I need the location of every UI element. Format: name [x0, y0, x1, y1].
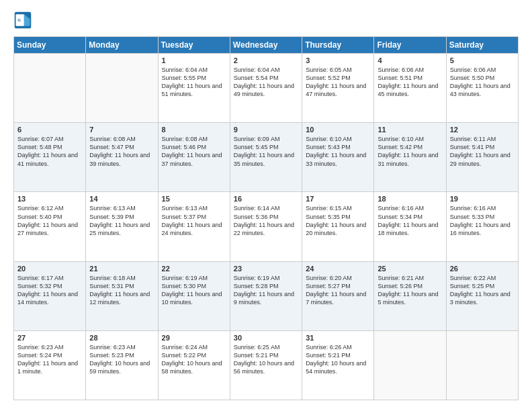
- day-info: Sunrise: 6:14 AM Sunset: 5:36 PM Dayligh…: [234, 204, 298, 237]
- calendar-cell: [14, 54, 86, 123]
- day-number: 6: [17, 126, 82, 134]
- calendar-week-row: 6Sunrise: 6:07 AM Sunset: 5:48 PM Daylig…: [14, 123, 519, 192]
- day-number: 29: [162, 334, 226, 342]
- day-info: Sunrise: 6:17 AM Sunset: 5:32 PM Dayligh…: [17, 274, 82, 307]
- calendar-cell: 26Sunrise: 6:22 AM Sunset: 5:25 PM Dayli…: [446, 261, 518, 330]
- day-number: 25: [378, 265, 442, 273]
- calendar-cell: 24Sunrise: 6:20 AM Sunset: 5:27 PM Dayli…: [302, 261, 374, 330]
- calendar-cell: 9Sunrise: 6:09 AM Sunset: 5:45 PM Daylig…: [230, 123, 302, 192]
- day-number: 9: [234, 126, 298, 134]
- calendar-cell: 3Sunrise: 6:05 AM Sunset: 5:52 PM Daylig…: [302, 54, 374, 123]
- calendar-cell: 29Sunrise: 6:24 AM Sunset: 5:22 PM Dayli…: [158, 330, 230, 400]
- day-info: Sunrise: 6:24 AM Sunset: 5:22 PM Dayligh…: [162, 343, 226, 376]
- day-number: 15: [162, 195, 226, 203]
- calendar-week-row: 20Sunrise: 6:17 AM Sunset: 5:32 PM Dayli…: [14, 261, 519, 330]
- day-number: 11: [378, 126, 442, 134]
- day-info: Sunrise: 6:23 AM Sunset: 5:23 PM Dayligh…: [89, 343, 154, 376]
- day-info: Sunrise: 6:06 AM Sunset: 5:51 PM Dayligh…: [378, 66, 442, 99]
- calendar-cell: 31Sunrise: 6:26 AM Sunset: 5:21 PM Dayli…: [302, 330, 374, 400]
- day-info: Sunrise: 6:08 AM Sunset: 5:47 PM Dayligh…: [89, 135, 154, 168]
- calendar-cell: 11Sunrise: 6:10 AM Sunset: 5:42 PM Dayli…: [374, 123, 446, 192]
- calendar-cell: 1Sunrise: 6:04 AM Sunset: 5:55 PM Daylig…: [158, 54, 230, 123]
- day-info: Sunrise: 6:11 AM Sunset: 5:41 PM Dayligh…: [450, 135, 515, 168]
- day-number: 22: [162, 265, 226, 273]
- day-info: Sunrise: 6:26 AM Sunset: 5:21 PM Dayligh…: [306, 343, 370, 376]
- day-info: Sunrise: 6:21 AM Sunset: 5:26 PM Dayligh…: [378, 274, 442, 307]
- header: G: [13, 11, 519, 30]
- day-info: Sunrise: 6:10 AM Sunset: 5:42 PM Dayligh…: [378, 135, 442, 168]
- day-info: Sunrise: 6:15 AM Sunset: 5:35 PM Dayligh…: [306, 204, 370, 237]
- day-number: 23: [234, 265, 298, 273]
- day-info: Sunrise: 6:23 AM Sunset: 5:24 PM Dayligh…: [17, 343, 82, 376]
- day-info: Sunrise: 6:22 AM Sunset: 5:25 PM Dayligh…: [450, 274, 515, 307]
- day-number: 1: [162, 56, 226, 64]
- calendar-cell: 7Sunrise: 6:08 AM Sunset: 5:47 PM Daylig…: [86, 123, 158, 192]
- calendar-cell: 27Sunrise: 6:23 AM Sunset: 5:24 PM Dayli…: [14, 330, 86, 400]
- day-number: 16: [234, 195, 298, 203]
- col-monday: Monday: [86, 37, 158, 54]
- calendar-cell: 22Sunrise: 6:19 AM Sunset: 5:30 PM Dayli…: [158, 261, 230, 330]
- calendar-cell: 10Sunrise: 6:10 AM Sunset: 5:43 PM Dayli…: [302, 123, 374, 192]
- day-info: Sunrise: 6:04 AM Sunset: 5:54 PM Dayligh…: [234, 66, 298, 99]
- logo: G: [13, 11, 34, 30]
- day-info: Sunrise: 6:20 AM Sunset: 5:27 PM Dayligh…: [306, 274, 370, 307]
- calendar-cell: 15Sunrise: 6:13 AM Sunset: 5:37 PM Dayli…: [158, 192, 230, 261]
- day-number: 28: [89, 334, 154, 342]
- day-number: 31: [306, 334, 370, 342]
- calendar-cell: 21Sunrise: 6:18 AM Sunset: 5:31 PM Dayli…: [86, 261, 158, 330]
- day-number: 19: [450, 195, 515, 203]
- calendar-cell: 16Sunrise: 6:14 AM Sunset: 5:36 PM Dayli…: [230, 192, 302, 261]
- day-info: Sunrise: 6:19 AM Sunset: 5:28 PM Dayligh…: [234, 274, 298, 307]
- calendar-week-row: 1Sunrise: 6:04 AM Sunset: 5:55 PM Daylig…: [14, 54, 519, 123]
- day-info: Sunrise: 6:25 AM Sunset: 5:21 PM Dayligh…: [234, 343, 298, 376]
- logo-icon: G: [13, 11, 32, 30]
- calendar-cell: 30Sunrise: 6:25 AM Sunset: 5:21 PM Dayli…: [230, 330, 302, 400]
- calendar-cell: [86, 54, 158, 123]
- day-info: Sunrise: 6:05 AM Sunset: 5:52 PM Dayligh…: [306, 66, 370, 99]
- calendar-cell: [446, 330, 518, 400]
- col-sunday: Sunday: [14, 37, 86, 54]
- calendar-cell: 14Sunrise: 6:13 AM Sunset: 5:39 PM Dayli…: [86, 192, 158, 261]
- day-info: Sunrise: 6:07 AM Sunset: 5:48 PM Dayligh…: [17, 135, 82, 168]
- day-number: 21: [89, 265, 154, 273]
- day-number: 8: [162, 126, 226, 134]
- calendar-cell: 4Sunrise: 6:06 AM Sunset: 5:51 PM Daylig…: [374, 54, 446, 123]
- day-number: 14: [89, 195, 154, 203]
- day-info: Sunrise: 6:16 AM Sunset: 5:33 PM Dayligh…: [450, 204, 515, 237]
- calendar-header-row: Sunday Monday Tuesday Wednesday Thursday…: [14, 37, 519, 54]
- day-number: 5: [450, 56, 515, 64]
- col-friday: Friday: [374, 37, 446, 54]
- day-number: 7: [89, 126, 154, 134]
- day-number: 18: [378, 195, 442, 203]
- day-info: Sunrise: 6:09 AM Sunset: 5:45 PM Dayligh…: [234, 135, 298, 168]
- day-number: 3: [306, 56, 370, 64]
- day-info: Sunrise: 6:06 AM Sunset: 5:50 PM Dayligh…: [450, 66, 515, 99]
- calendar-cell: [374, 330, 446, 400]
- calendar-table: Sunday Monday Tuesday Wednesday Thursday…: [13, 36, 519, 400]
- calendar-cell: 6Sunrise: 6:07 AM Sunset: 5:48 PM Daylig…: [14, 123, 86, 192]
- col-thursday: Thursday: [302, 37, 374, 54]
- day-number: 12: [450, 126, 515, 134]
- col-wednesday: Wednesday: [230, 37, 302, 54]
- calendar-cell: 25Sunrise: 6:21 AM Sunset: 5:26 PM Dayli…: [374, 261, 446, 330]
- svg-text:G: G: [17, 17, 21, 22]
- col-saturday: Saturday: [446, 37, 518, 54]
- day-info: Sunrise: 6:10 AM Sunset: 5:43 PM Dayligh…: [306, 135, 370, 168]
- day-number: 30: [234, 334, 298, 342]
- day-number: 10: [306, 126, 370, 134]
- calendar-cell: 19Sunrise: 6:16 AM Sunset: 5:33 PM Dayli…: [446, 192, 518, 261]
- day-number: 20: [17, 265, 82, 273]
- day-number: 4: [378, 56, 442, 64]
- day-number: 26: [450, 265, 515, 273]
- day-info: Sunrise: 6:04 AM Sunset: 5:55 PM Dayligh…: [162, 66, 226, 99]
- day-info: Sunrise: 6:08 AM Sunset: 5:46 PM Dayligh…: [162, 135, 226, 168]
- calendar-cell: 5Sunrise: 6:06 AM Sunset: 5:50 PM Daylig…: [446, 54, 518, 123]
- day-info: Sunrise: 6:16 AM Sunset: 5:34 PM Dayligh…: [378, 204, 442, 237]
- col-tuesday: Tuesday: [158, 37, 230, 54]
- day-info: Sunrise: 6:19 AM Sunset: 5:30 PM Dayligh…: [162, 274, 226, 307]
- day-number: 27: [17, 334, 82, 342]
- calendar-cell: 28Sunrise: 6:23 AM Sunset: 5:23 PM Dayli…: [86, 330, 158, 400]
- day-info: Sunrise: 6:18 AM Sunset: 5:31 PM Dayligh…: [89, 274, 154, 307]
- calendar-cell: 2Sunrise: 6:04 AM Sunset: 5:54 PM Daylig…: [230, 54, 302, 123]
- day-info: Sunrise: 6:12 AM Sunset: 5:40 PM Dayligh…: [17, 204, 82, 237]
